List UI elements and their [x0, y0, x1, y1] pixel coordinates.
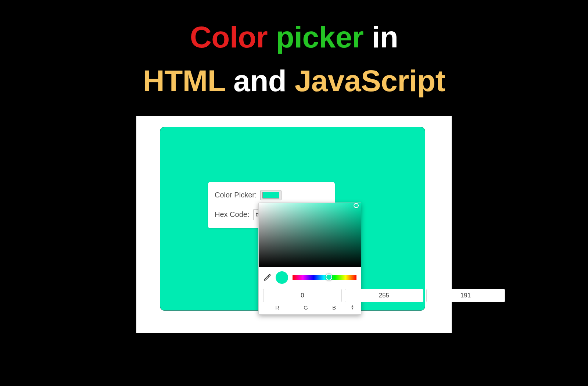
- color-input[interactable]: [260, 190, 282, 200]
- format-toggle-icon[interactable]: ▲ ▼: [348, 305, 356, 310]
- current-color-circle: [276, 271, 288, 284]
- title-word-and: and: [233, 64, 286, 97]
- title-word-js: JavaScript: [295, 64, 445, 97]
- title-word-html: HTML: [143, 64, 225, 97]
- hue-slider[interactable]: [293, 275, 356, 280]
- sv-cursor-ring[interactable]: [354, 203, 359, 208]
- r-label: R: [263, 304, 291, 311]
- saturation-value-field[interactable]: [259, 203, 361, 267]
- color-picker-popup: R G B ▲ ▼: [258, 203, 361, 315]
- r-input[interactable]: [263, 289, 342, 302]
- page-title: Color picker in HTML and JavaScript: [0, 0, 588, 103]
- title-word-in: in: [372, 20, 398, 54]
- title-word-color: Color: [190, 20, 268, 54]
- b-input[interactable]: [426, 289, 505, 302]
- demo-panel: Color Picker: Hex Code:: [136, 116, 452, 333]
- g-input[interactable]: [345, 289, 423, 302]
- eyedropper-icon[interactable]: [263, 274, 271, 282]
- hue-slider-thumb[interactable]: [326, 274, 332, 280]
- g-label: G: [291, 304, 320, 311]
- color-picker-label: Color Picker:: [215, 191, 257, 199]
- b-label: B: [320, 304, 348, 311]
- color-swatch: [262, 192, 279, 199]
- title-word-picker: picker: [276, 20, 364, 54]
- hex-code-label: Hex Code:: [215, 210, 250, 219]
